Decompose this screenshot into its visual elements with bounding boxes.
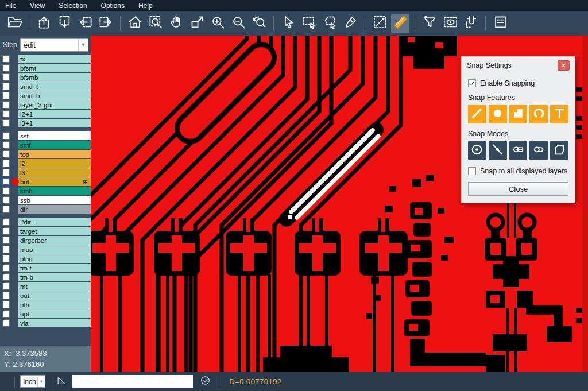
ruler-button[interactable] [391, 14, 409, 33]
filter-button[interactable] [420, 14, 439, 33]
layer-visibility-checkbox[interactable] [2, 255, 10, 262]
layer-row-tm-t[interactable]: tm-t [0, 264, 91, 272]
layer-row-bfsmb[interactable]: bfsmb [0, 73, 91, 82]
poly-select-button[interactable] [320, 14, 339, 33]
view-region-button[interactable] [441, 14, 459, 33]
enable-snapping-checkbox[interactable] [468, 79, 476, 87]
layer-name[interactable]: bfsmb [18, 73, 91, 82]
layer-name[interactable]: map [18, 245, 91, 254]
snap-slot-button[interactable] [529, 141, 548, 160]
layer-name[interactable]: ssb [18, 196, 91, 204]
layer-visibility-checkbox[interactable] [2, 92, 10, 99]
layer-visibility-checkbox[interactable] [2, 282, 10, 290]
layer-row-smb[interactable]: smb [0, 187, 91, 195]
layer-name[interactable]: smd_t [18, 82, 91, 91]
layer-name[interactable]: l2 [18, 159, 91, 168]
layer-name[interactable]: l2+1 [18, 110, 91, 118]
snap-magnet-button[interactable] [462, 14, 480, 33]
snap-center-button[interactable] [468, 141, 486, 160]
close-icon[interactable]: x [558, 60, 570, 71]
snap-text-button[interactable] [550, 105, 568, 123]
layer-row-sst[interactable]: sst [0, 131, 91, 140]
layer-row-layer_3.gbr[interactable]: layer_3.gbr [0, 100, 91, 109]
layer-name[interactable]: layer_3.gbr [18, 100, 91, 109]
command-input[interactable] [72, 375, 193, 388]
layer-visibility-checkbox[interactable] [2, 237, 10, 244]
layer-visibility-checkbox[interactable] [2, 132, 10, 140]
rect-select-button[interactable] [300, 14, 318, 33]
snap-pad-button[interactable] [489, 105, 507, 123]
layer-visibility-checkbox[interactable] [2, 218, 10, 226]
layer-visibility-checkbox[interactable] [2, 110, 10, 118]
layer-row-smd_t[interactable]: smd_t [0, 82, 91, 91]
snap-slot-center-button[interactable] [509, 141, 528, 160]
layer-name[interactable]: npt [18, 309, 91, 318]
layer-visibility-checkbox[interactable] [2, 227, 10, 235]
step-select[interactable]: edit ▼ [20, 38, 88, 52]
layer-visibility-checkbox[interactable] [2, 206, 10, 213]
layer-name[interactable]: l3 [18, 168, 91, 177]
layer-row-bot[interactable]: bot⊞ [0, 177, 91, 186]
layer-row-tm-b[interactable]: tm-b [0, 273, 91, 281]
layer-row-via[interactable]: via [0, 319, 91, 327]
pcb-canvas[interactable]: Snap Settings x Enable Snapping Snap Fea… [91, 36, 588, 372]
layer-row-ssb[interactable]: ssb [0, 196, 91, 204]
zoom-region-button[interactable] [146, 14, 165, 33]
layer-visibility-checkbox[interactable] [2, 246, 10, 253]
select-button[interactable] [279, 14, 297, 33]
layer-row-plug[interactable]: plug [0, 254, 91, 263]
layer-name[interactable]: out [18, 291, 91, 300]
layer-visibility-checkbox[interactable] [2, 187, 10, 195]
home-button[interactable] [126, 14, 144, 33]
menu-item-view[interactable]: View [30, 2, 45, 10]
layer-name[interactable]: target [18, 227, 91, 235]
layer-row-dirgerber[interactable]: dirgerber [0, 236, 91, 245]
layer-name[interactable]: tm-t [18, 264, 91, 272]
layer-visibility-checkbox[interactable] [2, 178, 10, 185]
layer-row-l3+1[interactable]: l3+1 [0, 119, 91, 127]
menu-item-options[interactable]: Options [101, 2, 125, 10]
layer-visibility-checkbox[interactable] [2, 301, 10, 308]
layer-row-top[interactable]: top [0, 150, 91, 158]
layer-row-fx[interactable]: fx [0, 55, 91, 63]
layer-row-l2+1[interactable]: l2+1 [0, 110, 91, 118]
import-bottom-button[interactable] [55, 14, 74, 33]
import-left-button[interactable] [76, 14, 94, 33]
layer-name[interactable]: bfsmt [18, 64, 91, 72]
layer-row-npt[interactable]: npt [0, 309, 91, 318]
layer-row-smd_b[interactable]: smd_b [0, 91, 91, 100]
close-button[interactable]: Close [468, 182, 568, 196]
layer-row-bfsmt[interactable]: bfsmt [0, 64, 91, 72]
layer-visibility-checkbox[interactable] [2, 169, 10, 176]
layer-row-l3[interactable]: l3 [0, 168, 91, 177]
layer-name[interactable]: smb [18, 187, 91, 195]
layer-visibility-checkbox[interactable] [2, 196, 10, 204]
menu-item-file[interactable]: File [5, 2, 16, 10]
layer-row-2dir--[interactable]: 2dir-- [0, 218, 91, 226]
menu-item-help[interactable]: Help [138, 2, 153, 10]
dialog-titlebar[interactable]: Snap Settings x [462, 57, 575, 73]
report-button[interactable] [491, 14, 509, 33]
layer-visibility-checkbox[interactable] [2, 150, 10, 158]
snap-all-layers-checkbox[interactable] [468, 167, 476, 175]
pan-button[interactable] [167, 14, 185, 33]
layer-visibility-checkbox[interactable] [2, 273, 10, 281]
layer-row-mt[interactable]: mt [0, 282, 91, 291]
layer-name[interactable]: 2dir-- [18, 218, 91, 226]
layer-row-dir[interactable]: dir [0, 205, 91, 214]
measure-button[interactable] [370, 14, 389, 33]
layer-name[interactable]: pth [18, 300, 91, 309]
layer-name[interactable]: via [18, 319, 91, 327]
layer-visibility-checkbox[interactable] [2, 64, 10, 72]
layer-visibility-checkbox[interactable] [2, 160, 10, 167]
layer-row-out[interactable]: out [0, 291, 91, 300]
brush-button[interactable] [341, 14, 359, 33]
layer-visibility-checkbox[interactable] [2, 141, 10, 149]
layer-visibility-checkbox[interactable] [2, 101, 10, 109]
layer-name[interactable]: top [18, 150, 91, 158]
layer-name[interactable]: dir [18, 205, 91, 214]
layer-name[interactable]: fx [18, 55, 91, 63]
layer-name[interactable]: mt [18, 282, 91, 291]
menu-item-selection[interactable]: Selection [59, 2, 87, 10]
layer-row-map[interactable]: map [0, 245, 91, 254]
